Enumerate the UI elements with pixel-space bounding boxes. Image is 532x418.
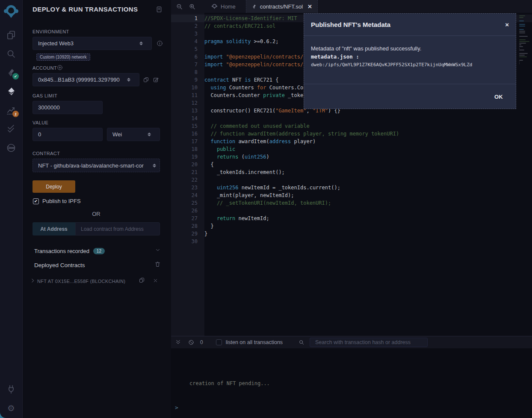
modal-header: Published NFT's Metadata × xyxy=(304,14,516,36)
solidity-compiler-icon[interactable]: ✔ xyxy=(0,65,22,80)
plugin-manager-icon[interactable] xyxy=(0,382,22,397)
modal-title: Published NFT's Metadata xyxy=(311,21,390,28)
compiler-success-badge: ✔ xyxy=(12,73,19,79)
select-arrows-icon xyxy=(148,132,151,136)
value-label: VALUE xyxy=(33,120,48,125)
modal-close-icon[interactable]: × xyxy=(505,21,509,28)
copy-account-icon[interactable] xyxy=(143,77,149,85)
environment-info-icon[interactable] xyxy=(157,40,163,48)
icon-sidebar: ✔ 1 ⚙ xyxy=(0,0,23,418)
value-unit-select[interactable]: Wei xyxy=(107,128,160,141)
account-label: ACCOUNT xyxy=(33,65,57,71)
modal-message: Metadata of "nft" was published successf… xyxy=(311,45,509,52)
code-line[interactable]: 19 returns (uint256) xyxy=(171,153,532,161)
trash-icon[interactable] xyxy=(154,261,161,269)
remove-contract-icon[interactable] xyxy=(153,277,158,285)
network-badge: Custom (10920) network xyxy=(36,53,90,61)
value-unit: Wei xyxy=(112,131,122,138)
code-line[interactable]: 23 uint256 newItemId = _tokenIds.current… xyxy=(171,184,532,191)
file-explorer-icon[interactable] xyxy=(0,27,22,43)
code-line[interactable]: 25 // _setTokenURI(newItemId, tokenURI); xyxy=(171,199,532,207)
search-icon[interactable] xyxy=(0,46,22,62)
publish-to-ipfs-checkbox[interactable]: ✔ xyxy=(33,198,39,204)
deployed-contract-item[interactable]: NFT AT 0X15E...E558F (BLOCKCHAIN) xyxy=(30,277,161,285)
deployed-contracts-label: Deployed Contracts xyxy=(34,262,85,268)
terminal-log-line: creation of NFT pending... xyxy=(189,380,270,386)
code-line[interactable]: 26 xyxy=(171,207,532,215)
listen-all-checkbox[interactable] xyxy=(216,339,222,345)
terminal-search-input[interactable] xyxy=(310,338,428,347)
published-metadata-modal: Published NFT's Metadata × Metadata of "… xyxy=(304,13,516,109)
gas-limit-input[interactable] xyxy=(33,101,103,114)
terminal-prompt[interactable]: > xyxy=(175,404,178,411)
contract-select[interactable]: NFT - github/ava-labs/avalanche-smart-co… xyxy=(33,159,160,172)
modal-body: Metadata of "nft" was published successf… xyxy=(304,36,516,84)
code-line[interactable]: 21 _tokenIds.increment(); xyxy=(171,168,532,176)
documentation-book-icon[interactable] xyxy=(156,6,163,15)
environment-select[interactable]: Injected Web3 xyxy=(33,37,152,50)
account-select[interactable]: 0x845...B1aB3 (999991.3297990 xyxy=(33,73,139,86)
modal-filename: metadata.json : xyxy=(311,53,509,60)
zoom-out-icon[interactable] xyxy=(173,0,186,13)
ok-button[interactable]: OK xyxy=(492,93,505,100)
minimap[interactable] xyxy=(519,15,530,67)
remix-ide-app: ✔ 1 ⚙ DEPLOY & RUN TRANSACTIONS ENVIRONM… xyxy=(0,0,532,418)
sign-message-icon[interactable] xyxy=(153,77,159,85)
select-arrows-icon xyxy=(153,164,156,168)
gas-limit-label: GAS LIMIT xyxy=(33,93,57,98)
tab-contracts-nft-sol[interactable]: contracts/NFT.sol ✕ xyxy=(246,0,318,13)
statistics-icon[interactable]: 1 xyxy=(0,103,22,118)
deploy-and-run-icon[interactable] xyxy=(0,84,22,99)
code-line[interactable]: 24 _mint(player, newItemId); xyxy=(171,191,532,199)
or-divider: OR xyxy=(33,211,160,217)
solidity-file-icon xyxy=(251,3,257,10)
listen-all-label: listen on all transactions xyxy=(226,339,283,345)
add-account-icon[interactable] xyxy=(57,65,63,72)
chevron-down-icon[interactable] xyxy=(155,247,161,255)
transactions-recorded-row[interactable]: Transactions recorded 12 xyxy=(34,247,161,255)
tab-home[interactable]: Home xyxy=(206,0,241,13)
code-line[interactable]: 30 xyxy=(171,238,532,245)
settings-gear-icon[interactable]: ⚙ xyxy=(0,400,22,416)
at-address-input[interactable] xyxy=(75,222,160,235)
zoom-in-icon[interactable] xyxy=(186,0,198,13)
deploy-button[interactable]: Deploy xyxy=(33,180,75,193)
panel-title: DEPLOY & RUN TRANSACTIONS xyxy=(33,6,138,13)
code-line[interactable]: 16 // function awardItem(address player,… xyxy=(171,130,532,138)
terminal-toolbar: 0 listen on all transactions xyxy=(171,336,532,348)
remix-home-icon xyxy=(211,3,218,10)
code-line[interactable]: 18 public xyxy=(171,145,532,153)
publish-to-ipfs-label: Publish to IPFS xyxy=(42,198,81,204)
modal-ipfs-url: dweb:/ipfs/QmYL9P1Z7KE6AQvKJPFF52SX1p2TE… xyxy=(311,62,509,68)
unit-testing-icon[interactable] xyxy=(0,121,22,137)
code-line[interactable]: 15 // commented out unused variable xyxy=(171,122,532,130)
code-line[interactable]: 14 xyxy=(171,115,532,122)
code-line[interactable]: 29} xyxy=(171,230,532,238)
sphere-plugin-icon[interactable] xyxy=(0,140,22,156)
code-line[interactable]: 17 function awardItem(address player) xyxy=(171,138,532,145)
at-address-button[interactable]: At Address xyxy=(33,222,75,235)
contract-value: NFT - github/ava-labs/avalanche-smart-co… xyxy=(38,162,144,169)
terminal-search-icon xyxy=(299,339,304,345)
tab-close-icon[interactable]: ✕ xyxy=(307,3,312,10)
chevron-right-icon[interactable] xyxy=(30,277,35,285)
account-value: 0x845...B1aB3 (999991.3297990 xyxy=(38,77,120,83)
code-line[interactable]: 22 xyxy=(171,176,532,184)
tab-file-label: contracts/NFT.sol xyxy=(260,3,303,10)
pending-tx-count: 0 xyxy=(200,339,203,345)
deployed-contract-label: NFT AT 0X15E...E558F (BLOCKCHAIN) xyxy=(37,279,139,284)
copy-contract-icon[interactable] xyxy=(139,277,145,285)
code-line[interactable]: 28 } xyxy=(171,222,532,230)
contract-label: CONTRACT xyxy=(33,151,60,156)
transactions-recorded-label: Transactions recorded xyxy=(34,248,89,254)
tab-bar: Home contracts/NFT.sol ✕ xyxy=(171,0,532,13)
collapse-terminal-icon[interactable] xyxy=(175,339,181,346)
clear-pending-icon[interactable] xyxy=(188,339,194,345)
code-line[interactable]: 20 { xyxy=(171,161,532,168)
tab-home-label: Home xyxy=(221,3,236,10)
code-line[interactable]: 27 return newItemId; xyxy=(171,215,532,222)
value-input[interactable] xyxy=(33,128,103,141)
deployed-contracts-row: Deployed Contracts xyxy=(34,261,161,269)
statistics-count-badge: 1 xyxy=(12,111,19,117)
remix-logo-icon[interactable] xyxy=(0,3,22,21)
